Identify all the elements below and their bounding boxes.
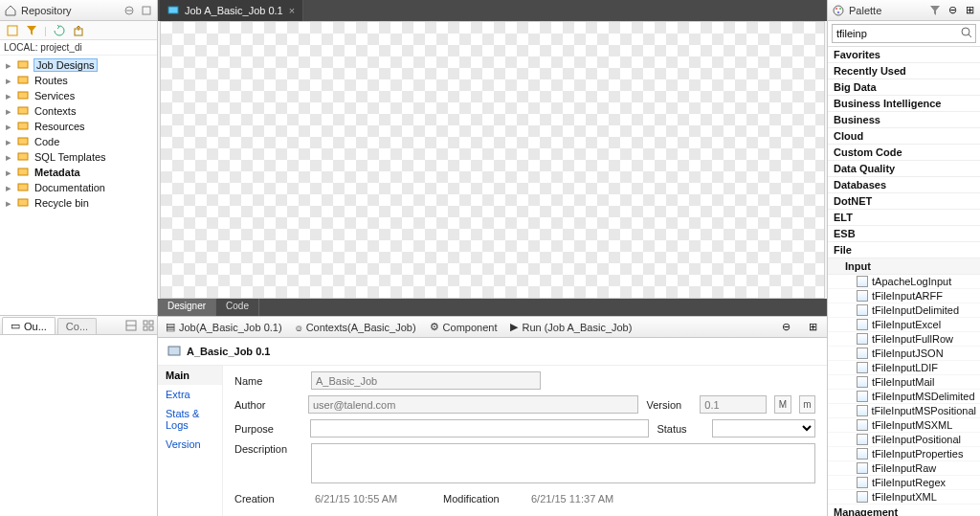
min-icon[interactable]: ⊖ <box>946 4 959 17</box>
palette-component[interactable]: tFileInputExcel <box>828 318 980 332</box>
purpose-field[interactable] <box>310 419 650 437</box>
prop-tab-component-label: Component <box>443 322 498 333</box>
version-field[interactable] <box>700 395 767 414</box>
palette-component[interactable]: tFileInputARFF <box>828 289 980 303</box>
palette-component[interactable]: tFileInputRaw <box>828 461 980 476</box>
palette-category[interactable]: Databases <box>828 177 980 193</box>
refresh-icon[interactable] <box>53 24 66 37</box>
expand-icon[interactable]: ▸ <box>6 90 11 102</box>
version-label: Version <box>646 399 692 411</box>
tab-code-label: Co... <box>66 321 88 332</box>
filter-icon[interactable] <box>25 24 38 37</box>
expand-icon[interactable]: ▸ <box>6 182 11 194</box>
max-icon[interactable]: ⊞ <box>806 321 819 334</box>
palette-category[interactable]: File <box>828 242 980 258</box>
name-field[interactable] <box>311 371 541 390</box>
prop-tab-component[interactable]: ⚙Component <box>430 321 498 333</box>
grid-icon[interactable] <box>142 319 155 332</box>
palette-category[interactable]: Recently Used <box>828 63 980 79</box>
palette-category[interactable]: Cloud <box>828 128 980 145</box>
expand-icon[interactable]: ▸ <box>6 59 11 72</box>
creation-label: Creation <box>234 493 303 505</box>
minor-button[interactable]: m <box>799 395 815 414</box>
collapse-icon[interactable] <box>6 24 19 37</box>
palette-component[interactable]: tFileInputLDIF <box>828 361 980 375</box>
desc-field[interactable] <box>311 443 815 483</box>
search-icon[interactable] <box>961 27 972 40</box>
palette-component[interactable]: tApacheLogInput <box>828 275 980 289</box>
component-label: tFileInputRaw <box>872 462 936 474</box>
tree-item[interactable]: ▸SQL Templates <box>0 149 157 165</box>
palette-component[interactable]: tFileInputRegex <box>828 476 980 490</box>
svg-rect-2 <box>143 7 150 14</box>
prop-side-item[interactable]: Stats & Logs <box>158 404 222 435</box>
tab-outline[interactable]: ▭Ou... <box>2 317 56 334</box>
prop-tab-run[interactable]: ▶Run (Job A_Basic_Job) <box>510 321 632 333</box>
palette-component[interactable]: tFileInputJSON <box>828 347 980 361</box>
palette-category[interactable]: Big Data <box>828 79 980 96</box>
palette-component[interactable]: tFileInputPositional <box>828 433 980 447</box>
max-icon[interactable]: ⊞ <box>963 4 976 17</box>
prop-tab-contexts[interactable]: ⌾Contexts(A_Basic_Job) <box>296 322 416 333</box>
expand-icon[interactable]: ▸ <box>6 167 11 179</box>
prop-side-item[interactable]: Version <box>158 435 222 454</box>
palette-component[interactable]: tFileInputMSDelimited <box>828 390 980 404</box>
palette-component[interactable]: tFileInputMSPositional <box>828 404 980 418</box>
tree-item[interactable]: ▸Job Designs <box>0 57 157 73</box>
export-icon[interactable] <box>72 24 85 37</box>
tab-code[interactable]: Code <box>216 299 259 316</box>
palette-category[interactable]: Favorites <box>828 47 980 63</box>
expand-icon[interactable]: ▸ <box>6 136 11 148</box>
tree-item[interactable]: ▸Metadata <box>0 165 157 180</box>
status-select[interactable] <box>712 419 815 437</box>
expand-icon[interactable]: ▸ <box>6 75 11 87</box>
tab-designer[interactable]: Designer <box>158 299 216 316</box>
prop-side-item[interactable]: Extra <box>158 385 222 404</box>
palette-search-input[interactable] <box>832 24 976 43</box>
tree-item[interactable]: ▸Recycle bin <box>0 195 157 211</box>
palette-category[interactable]: ELT <box>828 210 980 226</box>
palette-category[interactable]: DotNET <box>828 193 980 210</box>
component-label: tFileInputDelimited <box>872 304 959 316</box>
maximize-icon[interactable] <box>140 4 153 17</box>
major-button[interactable]: M <box>774 395 791 414</box>
palette-category[interactable]: Business Intelligence <box>828 96 980 112</box>
palette-component[interactable]: tFileInputFullRow <box>828 332 980 347</box>
palette-category[interactable]: Custom Code <box>828 145 980 161</box>
palette-component[interactable]: tFileInputDelimited <box>828 303 980 318</box>
author-field[interactable] <box>308 395 638 414</box>
tree-item[interactable]: ▸Resources <box>0 119 157 134</box>
close-icon[interactable]: × <box>289 5 295 16</box>
expand-icon[interactable]: ▸ <box>6 121 11 133</box>
palette-component[interactable]: tFileInputMSXML <box>828 418 980 433</box>
repository-tree[interactable]: ▸Job Designs▸Routes▸Services▸Contexts▸Re… <box>0 56 157 315</box>
filter-icon[interactable] <box>928 4 942 17</box>
job-icon: ▤ <box>166 321 175 333</box>
folder-icon <box>17 150 31 164</box>
design-canvas[interactable] <box>160 21 825 299</box>
palette-subcategory[interactable]: Input <box>828 258 980 275</box>
tree-item[interactable]: ▸Contexts <box>0 103 157 119</box>
layout-icon[interactable] <box>124 319 138 332</box>
palette-category[interactable]: Business <box>828 112 980 128</box>
tab-codeview[interactable]: Co... <box>57 318 97 334</box>
tree-item[interactable]: ▸Routes <box>0 73 157 88</box>
palette-category[interactable]: ESB <box>828 226 980 242</box>
min-icon[interactable]: ⊖ <box>779 321 792 334</box>
tree-item[interactable]: ▸Documentation <box>0 180 157 195</box>
expand-icon[interactable]: ▸ <box>6 105 11 118</box>
tree-item[interactable]: ▸Code <box>0 134 157 149</box>
expand-icon[interactable]: ▸ <box>6 151 11 164</box>
palette-category[interactable]: Data Quality <box>828 161 980 177</box>
palette-component[interactable]: tFileInputMail <box>828 375 980 390</box>
tree-item-label: Services <box>34 90 75 101</box>
prop-side-item[interactable]: Main <box>158 366 222 385</box>
palette-category[interactable]: Management <box>828 505 980 516</box>
prop-tab-job[interactable]: ▤Job(A_Basic_Job 0.1) <box>166 321 282 333</box>
palette-component[interactable]: tFileInputXML <box>828 490 980 505</box>
palette-component[interactable]: tFileInputProperties <box>828 447 980 461</box>
editor-tab[interactable]: Job A_Basic_Job 0.1 × <box>160 0 303 21</box>
expand-icon[interactable]: ▸ <box>6 197 11 210</box>
minimize-icon[interactable] <box>122 4 136 17</box>
tree-item[interactable]: ▸Services <box>0 88 157 103</box>
